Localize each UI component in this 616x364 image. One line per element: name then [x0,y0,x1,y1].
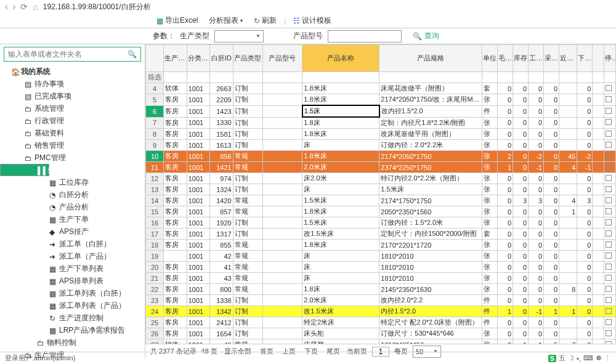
cell[interactable]: 0 [544,262,559,273]
col-header-1[interactable]: 生产类型 [164,45,187,72]
table-row[interactable]: 16客房10011920订制1.5米床订做内径：1.5*2.0米张00000 [146,217,616,229]
cell[interactable]: 常规 [233,339,262,344]
cell[interactable] [593,317,604,328]
cell[interactable] [604,83,616,94]
tree-item-14[interactable]: ➜派工单（白胚） [0,238,145,250]
cell[interactable] [593,173,604,184]
cell[interactable]: 张 [482,328,498,339]
table-row[interactable]: 27软体100149常规床尾凳1310*485*450张011576 [146,339,616,344]
checkbox[interactable] [606,164,612,170]
cell[interactable] [593,94,604,106]
cell[interactable]: 订制 [233,83,262,94]
cell[interactable]: 4 [559,195,577,206]
cell[interactable] [262,206,302,217]
cell[interactable]: 0 [529,317,544,328]
cell[interactable]: 1001 [187,195,210,206]
checkbox[interactable] [606,330,612,336]
cell[interactable]: 0 [498,240,513,251]
cell[interactable] [559,94,577,106]
col-header-5[interactable]: 产品型号 [262,45,302,72]
cell[interactable]: 1001 [187,129,210,140]
cell[interactable]: 0 [577,306,593,317]
cell[interactable]: 1324 [210,184,233,195]
cell[interactable]: 0 [544,273,559,284]
cell[interactable]: 1.8床 [302,284,379,295]
cell[interactable]: 0 [544,151,559,162]
cell[interactable]: 0 [513,229,529,240]
cell[interactable]: 0 [513,83,529,94]
cell[interactable]: 1001 [187,140,210,151]
cell[interactable]: 0 [513,184,529,195]
col-header-13[interactable]: 近6月下单量 [559,45,577,72]
cell[interactable]: 0 [498,195,513,206]
sidebar-search[interactable]: 🔍 [4,47,141,62]
cell[interactable]: 1001 [187,240,210,251]
cell[interactable] [262,162,302,173]
tree-item-19[interactable]: ▦派工单列表（产品） [0,299,145,312]
table-row[interactable]: 26客房10011654订制床头柜订做尺寸：530*445*646张00000 [146,328,616,339]
cell[interactable]: 订制 [233,94,262,106]
cell[interactable]: 床头柜 [302,328,379,339]
cell[interactable]: 1001 [187,251,210,262]
design-template-button[interactable]: ☷设计模板 [290,15,335,26]
cell[interactable] [604,195,616,206]
nav-fwd-icon[interactable]: › [13,2,16,12]
table-row[interactable]: 22客房1001800常规1.8床2145*2350*1630张000080 [146,284,616,295]
table-row[interactable]: 8客房10011581订制1.8米床改床尾塞做平用（附图）张00000 [146,129,616,140]
cell[interactable]: 1613 [210,140,233,151]
cell[interactable]: 1.8米床 [302,83,379,94]
cell[interactable]: 0 [544,295,559,306]
cell[interactable]: 客房 [164,151,187,162]
cell[interactable]: 张 [482,217,498,229]
cell[interactable]: 订制 [233,173,262,184]
tree-item-11[interactable]: ◔产品分析 [0,201,145,213]
cell[interactable]: 张 [482,284,498,295]
table-row[interactable]: 9客房10011613订制床订做内径：2.0*2.2米张00000 [146,140,616,151]
cell[interactable]: 0 [498,83,513,94]
col-header-11[interactable]: 工厂在线 [529,45,544,72]
cell[interactable]: 张 [482,184,498,195]
col-header-0[interactable] [146,45,164,72]
sidebar-search-input[interactable] [8,50,119,59]
cell[interactable]: 客房 [164,284,187,295]
cell[interactable]: 件 [482,317,498,328]
cell[interactable]: 床尾凳 [302,339,379,344]
cell[interactable] [604,240,616,251]
cell[interactable]: 订制 [233,184,262,195]
cell[interactable] [593,184,604,195]
cell[interactable] [604,217,616,229]
cell[interactable] [604,295,616,306]
cell[interactable]: 1.8床 [302,117,379,129]
cell[interactable]: 订制 [233,117,262,129]
cell[interactable]: 0 [529,262,544,273]
cell[interactable] [593,83,604,94]
cell[interactable]: 客房 [164,117,187,129]
cell[interactable]: 1.8米床 [302,240,379,251]
cell[interactable]: 张 [482,173,498,184]
cell[interactable]: 1310*485*450 [379,339,482,344]
tree-item-7[interactable]: 🗀PMC管理 [0,152,145,164]
cell[interactable] [559,83,577,94]
cell[interactable]: 0 [529,94,544,106]
col-header-4[interactable]: 产品类型 [233,45,262,72]
cell[interactable]: 0 [577,105,593,117]
table-row[interactable]: 13客房10011324订制床1.5米床张00000 [146,184,616,195]
cell[interactable]: 0 [529,117,544,129]
cell[interactable]: 0 [513,217,529,229]
checkbox[interactable] [606,219,612,225]
cell[interactable]: 0 [529,284,544,295]
tree-item-16[interactable]: ▦生产下单列表 [0,262,145,275]
cell[interactable]: 0 [513,129,529,140]
refresh-button[interactable]: ↻刷新 [250,15,280,26]
cell[interactable] [262,328,302,339]
cell[interactable]: 改床尾塞做平用（附图） [379,129,482,140]
cell[interactable]: 内径1.5*2.0 [379,306,482,317]
cell[interactable]: 1001 [187,339,210,344]
export-excel-button[interactable]: ▦导出Excel [153,15,201,26]
col-header-14[interactable]: 下单预警 [577,45,593,72]
cell[interactable]: 特定尺寸 配2.0*2.0床垫（附图） [379,317,482,328]
cell[interactable]: 0 [529,229,544,240]
cell[interactable] [262,83,302,94]
search-button[interactable]: 🔍查询 [413,31,439,41]
cell[interactable]: 定制尺寸：内径1500*2000/附图 [379,229,482,240]
